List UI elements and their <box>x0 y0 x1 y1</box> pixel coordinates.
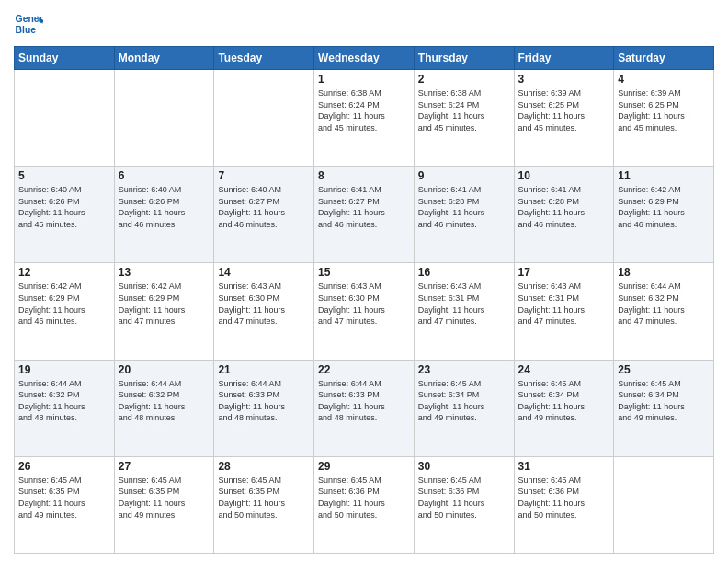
calendar-cell: 11Sunrise: 6:42 AM Sunset: 6:29 PM Dayli… <box>614 167 714 263</box>
calendar-cell: 10Sunrise: 6:41 AM Sunset: 6:28 PM Dayli… <box>514 167 614 263</box>
calendar-cell: 16Sunrise: 6:43 AM Sunset: 6:31 PM Dayli… <box>414 263 514 360</box>
day-number: 14 <box>218 266 310 279</box>
calendar-cell: 3Sunrise: 6:39 AM Sunset: 6:25 PM Daylig… <box>514 70 614 167</box>
svg-text:Blue: Blue <box>16 25 37 35</box>
day-number: 11 <box>618 169 710 182</box>
cell-info: Sunrise: 6:43 AM Sunset: 6:30 PM Dayligh… <box>318 281 410 327</box>
calendar-cell: 21Sunrise: 6:44 AM Sunset: 6:33 PM Dayli… <box>214 360 314 456</box>
day-number: 27 <box>119 460 210 473</box>
weekday-header: Monday <box>114 47 214 70</box>
cell-info: Sunrise: 6:44 AM Sunset: 6:32 PM Dayligh… <box>618 281 710 327</box>
cell-info: Sunrise: 6:41 AM Sunset: 6:28 PM Dayligh… <box>518 184 610 230</box>
calendar-cell: 7Sunrise: 6:40 AM Sunset: 6:27 PM Daylig… <box>214 167 314 263</box>
calendar-cell: 26Sunrise: 6:45 AM Sunset: 6:35 PM Dayli… <box>15 456 115 553</box>
day-number: 5 <box>18 169 110 182</box>
day-number: 15 <box>318 266 410 279</box>
day-number: 28 <box>218 460 310 473</box>
cell-info: Sunrise: 6:45 AM Sunset: 6:34 PM Dayligh… <box>518 378 610 424</box>
calendar-cell: 9Sunrise: 6:41 AM Sunset: 6:28 PM Daylig… <box>414 167 514 263</box>
day-number: 17 <box>518 266 610 279</box>
calendar-cell: 13Sunrise: 6:42 AM Sunset: 6:29 PM Dayli… <box>114 263 214 360</box>
day-number: 19 <box>18 363 110 376</box>
calendar-cell: 30Sunrise: 6:45 AM Sunset: 6:36 PM Dayli… <box>414 456 514 553</box>
cell-info: Sunrise: 6:41 AM Sunset: 6:27 PM Dayligh… <box>318 184 410 230</box>
day-number: 31 <box>518 460 610 473</box>
calendar-cell: 20Sunrise: 6:44 AM Sunset: 6:32 PM Dayli… <box>114 360 214 456</box>
cell-info: Sunrise: 6:40 AM Sunset: 6:27 PM Dayligh… <box>218 184 310 230</box>
day-number: 8 <box>318 169 410 182</box>
day-number: 3 <box>518 73 610 86</box>
day-number: 10 <box>518 169 610 182</box>
calendar-cell: 6Sunrise: 6:40 AM Sunset: 6:26 PM Daylig… <box>114 167 214 263</box>
calendar-cell: 28Sunrise: 6:45 AM Sunset: 6:35 PM Dayli… <box>214 456 314 553</box>
logo-icon: General Blue <box>14 9 43 39</box>
cell-info: Sunrise: 6:38 AM Sunset: 6:24 PM Dayligh… <box>318 87 410 133</box>
cell-info: Sunrise: 6:43 AM Sunset: 6:31 PM Dayligh… <box>418 281 510 327</box>
cell-info: Sunrise: 6:44 AM Sunset: 6:32 PM Dayligh… <box>119 378 210 424</box>
calendar-cell: 1Sunrise: 6:38 AM Sunset: 6:24 PM Daylig… <box>314 70 415 167</box>
calendar-cell: 31Sunrise: 6:45 AM Sunset: 6:36 PM Dayli… <box>514 456 614 553</box>
cell-info: Sunrise: 6:40 AM Sunset: 6:26 PM Dayligh… <box>119 184 210 230</box>
cell-info: Sunrise: 6:45 AM Sunset: 6:35 PM Dayligh… <box>18 475 110 521</box>
calendar-cell: 12Sunrise: 6:42 AM Sunset: 6:29 PM Dayli… <box>15 263 115 360</box>
cell-info: Sunrise: 6:43 AM Sunset: 6:31 PM Dayligh… <box>518 281 610 327</box>
day-number: 25 <box>618 363 710 376</box>
day-number: 4 <box>618 73 710 86</box>
day-number: 30 <box>418 460 510 473</box>
day-number: 9 <box>418 169 510 182</box>
cell-info: Sunrise: 6:45 AM Sunset: 6:36 PM Dayligh… <box>518 475 610 521</box>
calendar-cell: 29Sunrise: 6:45 AM Sunset: 6:36 PM Dayli… <box>314 456 415 553</box>
calendar-cell <box>214 70 314 167</box>
day-number: 20 <box>119 363 210 376</box>
cell-info: Sunrise: 6:42 AM Sunset: 6:29 PM Dayligh… <box>119 281 210 327</box>
weekday-header: Saturday <box>614 47 714 70</box>
day-number: 2 <box>418 73 510 86</box>
calendar-cell: 27Sunrise: 6:45 AM Sunset: 6:35 PM Dayli… <box>114 456 214 553</box>
calendar-cell: 5Sunrise: 6:40 AM Sunset: 6:26 PM Daylig… <box>15 167 115 263</box>
day-number: 16 <box>418 266 510 279</box>
day-number: 7 <box>218 169 310 182</box>
calendar-cell: 4Sunrise: 6:39 AM Sunset: 6:25 PM Daylig… <box>614 70 714 167</box>
calendar-cell <box>614 456 714 553</box>
logo: General Blue <box>14 9 47 39</box>
calendar-cell: 17Sunrise: 6:43 AM Sunset: 6:31 PM Dayli… <box>514 263 614 360</box>
calendar-cell: 22Sunrise: 6:44 AM Sunset: 6:33 PM Dayli… <box>314 360 415 456</box>
cell-info: Sunrise: 6:39 AM Sunset: 6:25 PM Dayligh… <box>618 87 710 133</box>
calendar-cell: 19Sunrise: 6:44 AM Sunset: 6:32 PM Dayli… <box>15 360 115 456</box>
day-number: 18 <box>618 266 710 279</box>
calendar-table: SundayMondayTuesdayWednesdayThursdayFrid… <box>14 46 714 554</box>
cell-info: Sunrise: 6:40 AM Sunset: 6:26 PM Dayligh… <box>18 184 110 230</box>
weekday-header: Thursday <box>414 47 514 70</box>
cell-info: Sunrise: 6:44 AM Sunset: 6:33 PM Dayligh… <box>318 378 410 424</box>
cell-info: Sunrise: 6:39 AM Sunset: 6:25 PM Dayligh… <box>518 87 610 133</box>
cell-info: Sunrise: 6:45 AM Sunset: 6:36 PM Dayligh… <box>418 475 510 521</box>
cell-info: Sunrise: 6:45 AM Sunset: 6:36 PM Dayligh… <box>318 475 410 521</box>
day-number: 24 <box>518 363 610 376</box>
cell-info: Sunrise: 6:45 AM Sunset: 6:34 PM Dayligh… <box>418 378 510 424</box>
calendar-cell: 18Sunrise: 6:44 AM Sunset: 6:32 PM Dayli… <box>614 263 714 360</box>
calendar-cell: 15Sunrise: 6:43 AM Sunset: 6:30 PM Dayli… <box>314 263 415 360</box>
day-number: 23 <box>418 363 510 376</box>
cell-info: Sunrise: 6:45 AM Sunset: 6:34 PM Dayligh… <box>618 378 710 424</box>
calendar-cell: 2Sunrise: 6:38 AM Sunset: 6:24 PM Daylig… <box>414 70 514 167</box>
weekday-header: Friday <box>514 47 614 70</box>
weekday-header: Sunday <box>15 47 115 70</box>
cell-info: Sunrise: 6:45 AM Sunset: 6:35 PM Dayligh… <box>218 475 310 521</box>
weekday-header: Wednesday <box>314 47 415 70</box>
day-number: 26 <box>18 460 110 473</box>
page: General Blue SundayMondayTuesdayWednesda… <box>0 0 728 563</box>
day-number: 29 <box>318 460 410 473</box>
header: General Blue <box>14 9 714 39</box>
calendar-cell: 24Sunrise: 6:45 AM Sunset: 6:34 PM Dayli… <box>514 360 614 456</box>
day-number: 6 <box>119 169 210 182</box>
calendar-cell <box>114 70 214 167</box>
cell-info: Sunrise: 6:38 AM Sunset: 6:24 PM Dayligh… <box>418 87 510 133</box>
cell-info: Sunrise: 6:43 AM Sunset: 6:30 PM Dayligh… <box>218 281 310 327</box>
day-number: 13 <box>119 266 210 279</box>
calendar-cell: 23Sunrise: 6:45 AM Sunset: 6:34 PM Dayli… <box>414 360 514 456</box>
day-number: 21 <box>218 363 310 376</box>
cell-info: Sunrise: 6:45 AM Sunset: 6:35 PM Dayligh… <box>119 475 210 521</box>
cell-info: Sunrise: 6:44 AM Sunset: 6:33 PM Dayligh… <box>218 378 310 424</box>
calendar-cell: 25Sunrise: 6:45 AM Sunset: 6:34 PM Dayli… <box>614 360 714 456</box>
day-number: 22 <box>318 363 410 376</box>
